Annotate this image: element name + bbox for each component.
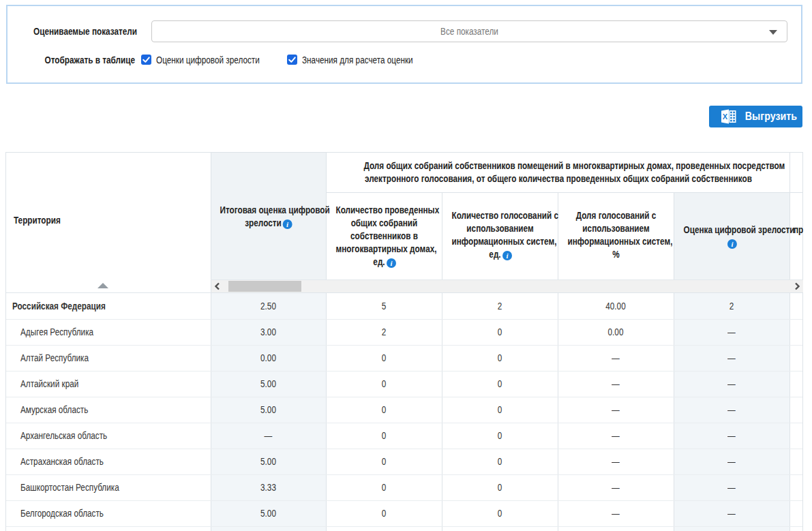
svg-text:X: X: [723, 112, 728, 121]
